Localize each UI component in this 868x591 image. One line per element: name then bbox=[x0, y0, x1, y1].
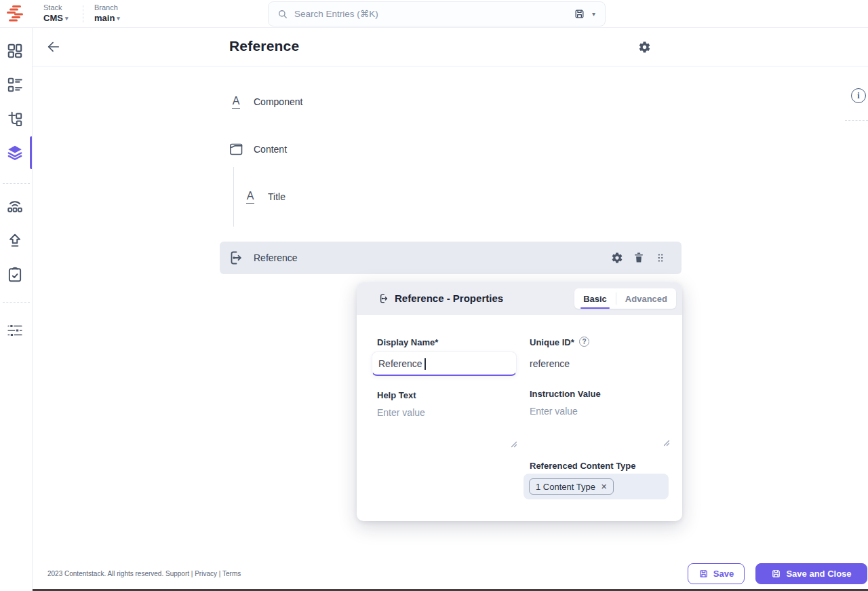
field-label: Reference bbox=[254, 252, 298, 263]
unique-id-value: reference bbox=[530, 358, 570, 369]
properties-tabs: Basic Advanced bbox=[574, 288, 676, 309]
branch-selector[interactable]: Branch main▾ bbox=[94, 3, 120, 24]
search-input[interactable] bbox=[294, 9, 574, 19]
instruction-value-input[interactable] bbox=[530, 406, 670, 448]
footer-link-privacy[interactable]: Privacy bbox=[195, 570, 217, 577]
branch-label: Branch bbox=[94, 3, 120, 12]
text-field-icon: A bbox=[242, 189, 258, 205]
unique-id-help-icon[interactable]: ? bbox=[579, 337, 589, 347]
field-settings-gear-icon[interactable] bbox=[611, 252, 623, 264]
field-row-content[interactable]: Content bbox=[220, 136, 682, 163]
instruction-value-label: Instruction Value bbox=[530, 389, 601, 399]
selector-divider bbox=[83, 5, 83, 22]
unique-id-label: Unique ID* bbox=[530, 337, 574, 347]
footer-link-separator: | bbox=[219, 570, 221, 577]
content-type-chip[interactable]: 1 Content Type ✕ bbox=[529, 478, 614, 495]
tab-advanced[interactable]: Advanced bbox=[616, 288, 676, 309]
help-text-field-wrap bbox=[377, 407, 517, 449]
stack-selector[interactable]: Stack CMS▾ bbox=[43, 3, 68, 24]
content-models-icon bbox=[6, 110, 24, 128]
group-icon bbox=[228, 141, 244, 157]
saved-search-icon[interactable] bbox=[574, 8, 585, 20]
sidebar bbox=[0, 28, 33, 591]
stack-label: Stack bbox=[43, 3, 68, 12]
field-row-actions bbox=[611, 252, 667, 264]
display-name-input[interactable] bbox=[372, 352, 516, 375]
search-dropdown-caret-icon[interactable]: ▾ bbox=[592, 10, 595, 18]
chevron-down-icon: ▾ bbox=[117, 15, 120, 22]
content-type-settings-gear-icon[interactable] bbox=[638, 41, 651, 54]
field-label: Title bbox=[268, 191, 285, 202]
sidebar-item-publish-queue[interactable] bbox=[6, 232, 24, 250]
field-label: Content bbox=[254, 144, 287, 155]
field-row-component[interactable]: A Component bbox=[220, 88, 682, 115]
sidebar-item-stacks-active[interactable] bbox=[6, 144, 24, 161]
automations-icon bbox=[6, 197, 24, 214]
help-text-label: Help Text bbox=[377, 390, 416, 400]
display-name-field-wrap bbox=[372, 351, 517, 376]
top-bar: Stack CMS▾ Branch main▾ ▾ bbox=[0, 0, 868, 28]
active-tab-underline bbox=[580, 307, 610, 309]
footer-link-support[interactable]: Support bbox=[165, 570, 189, 577]
contentstack-app: Stack CMS▾ Branch main▾ ▾ bbox=[0, 0, 868, 591]
footer-copyright: 2023 Contentstack. All rights reserved. … bbox=[47, 570, 241, 577]
sidebar-item-settings[interactable] bbox=[6, 322, 24, 339]
tasks-icon bbox=[6, 266, 24, 284]
sidebar-item-content-models[interactable] bbox=[6, 110, 24, 128]
properties-panel: Reference - Properties Basic Advanced Di… bbox=[357, 282, 682, 521]
sidebar-item-dashboard[interactable] bbox=[6, 42, 24, 60]
footer-link-separator: | bbox=[191, 570, 193, 577]
chip-close-icon[interactable]: ✕ bbox=[601, 482, 607, 491]
tab-basic[interactable]: Basic bbox=[574, 288, 616, 309]
sidebar-item-entries[interactable] bbox=[6, 76, 24, 94]
entries-icon bbox=[6, 76, 24, 94]
field-row-title[interactable]: A Title bbox=[234, 183, 682, 210]
reference-icon bbox=[378, 293, 389, 304]
sidebar-active-indicator bbox=[30, 136, 32, 169]
referenced-content-type-picker[interactable]: 1 Content Type ✕ bbox=[524, 474, 669, 499]
search-icon bbox=[277, 8, 289, 20]
text-cursor bbox=[425, 358, 426, 370]
stack-value[interactable]: CMS▾ bbox=[43, 12, 68, 24]
field-label: Component bbox=[254, 96, 302, 107]
right-dashed-divider bbox=[845, 120, 868, 121]
info-icon[interactable]: i bbox=[851, 88, 866, 103]
save-floppy-icon bbox=[698, 569, 709, 579]
footer-link-terms[interactable]: Terms bbox=[222, 570, 241, 577]
resize-grip-icon[interactable] bbox=[511, 441, 517, 448]
sidebar-divider bbox=[3, 183, 30, 184]
delete-field-trash-icon[interactable] bbox=[633, 252, 645, 264]
page-title: Reference bbox=[229, 38, 299, 54]
resize-grip-icon[interactable] bbox=[663, 440, 670, 446]
display-name-label: Display Name* bbox=[377, 337, 438, 347]
save-and-close-button[interactable]: Save and Close bbox=[755, 563, 867, 584]
dashboard-icon bbox=[6, 42, 24, 60]
properties-panel-title: Reference - Properties bbox=[395, 292, 503, 304]
layers-icon bbox=[6, 144, 24, 161]
sidebar-item-automations[interactable] bbox=[6, 197, 24, 214]
sidebar-divider bbox=[3, 302, 30, 303]
global-search[interactable]: ▾ bbox=[268, 1, 606, 26]
settings-sliders-icon bbox=[6, 322, 24, 339]
back-arrow-icon[interactable] bbox=[46, 39, 61, 54]
chevron-down-icon: ▾ bbox=[65, 15, 68, 22]
reference-icon bbox=[228, 250, 244, 266]
referenced-content-type-label: Referenced Content Type bbox=[530, 461, 636, 471]
page-header: Reference bbox=[33, 28, 868, 66]
publish-icon bbox=[6, 232, 24, 250]
branch-value[interactable]: main▾ bbox=[94, 12, 120, 24]
drag-handle-icon[interactable] bbox=[654, 252, 667, 264]
help-text-input[interactable] bbox=[377, 407, 517, 449]
sidebar-item-tasks[interactable] bbox=[6, 266, 24, 284]
properties-panel-header: Reference - Properties Basic Advanced bbox=[357, 282, 682, 315]
text-field-icon: A bbox=[228, 94, 244, 110]
contentstack-logo-icon[interactable] bbox=[5, 5, 24, 23]
save-button[interactable]: Save bbox=[688, 563, 745, 584]
field-row-reference-selected[interactable]: Reference bbox=[220, 242, 682, 274]
save-floppy-icon bbox=[771, 569, 781, 579]
instruction-value-field-wrap bbox=[530, 406, 670, 448]
